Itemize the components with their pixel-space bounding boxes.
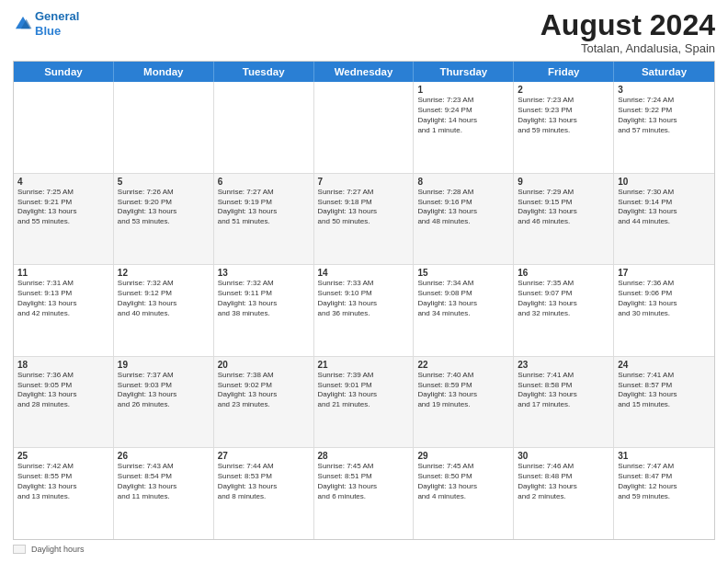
day-number: 11 bbox=[17, 268, 109, 278]
day-number: 19 bbox=[118, 360, 210, 370]
day-number: 30 bbox=[518, 451, 609, 461]
day-number: 10 bbox=[618, 177, 711, 187]
day-cell-14: 14Sunrise: 7:33 AM Sunset: 9:10 PM Dayli… bbox=[314, 265, 415, 356]
day-info: Sunrise: 7:44 AM Sunset: 8:53 PM Dayligh… bbox=[218, 462, 310, 501]
day-cell-20: 20Sunrise: 7:38 AM Sunset: 9:02 PM Dayli… bbox=[214, 357, 314, 448]
day-info: Sunrise: 7:34 AM Sunset: 9:08 PM Dayligh… bbox=[417, 279, 509, 318]
empty-cell bbox=[14, 82, 114, 173]
day-number: 22 bbox=[417, 360, 509, 370]
calendar-header-row: SundayMondayTuesdayWednesdayThursdayFrid… bbox=[14, 62, 714, 82]
empty-cell bbox=[214, 82, 314, 173]
day-info: Sunrise: 7:27 AM Sunset: 9:18 PM Dayligh… bbox=[318, 188, 410, 227]
day-cell-17: 17Sunrise: 7:36 AM Sunset: 9:06 PM Dayli… bbox=[614, 265, 714, 356]
day-header-saturday: Saturday bbox=[614, 62, 714, 82]
title-block: August 2024 Totalan, Andalusia, Spain bbox=[540, 9, 715, 55]
day-cell-15: 15Sunrise: 7:34 AM Sunset: 9:08 PM Dayli… bbox=[414, 265, 514, 356]
day-number: 13 bbox=[218, 268, 310, 278]
day-number: 24 bbox=[618, 360, 711, 370]
day-cell-1: 1Sunrise: 7:23 AM Sunset: 9:24 PM Daylig… bbox=[414, 82, 514, 173]
logo-icon bbox=[13, 14, 33, 34]
day-info: Sunrise: 7:35 AM Sunset: 9:07 PM Dayligh… bbox=[518, 279, 609, 318]
day-info: Sunrise: 7:26 AM Sunset: 9:20 PM Dayligh… bbox=[118, 188, 210, 227]
calendar-body: 1Sunrise: 7:23 AM Sunset: 9:24 PM Daylig… bbox=[14, 82, 714, 539]
day-cell-12: 12Sunrise: 7:32 AM Sunset: 9:12 PM Dayli… bbox=[114, 265, 214, 356]
logo: General Blue bbox=[13, 9, 79, 38]
subtitle: Totalan, Andalusia, Spain bbox=[540, 41, 715, 55]
day-number: 21 bbox=[318, 360, 410, 370]
day-cell-8: 8Sunrise: 7:28 AM Sunset: 9:16 PM Daylig… bbox=[414, 174, 514, 265]
day-number: 20 bbox=[218, 360, 310, 370]
day-info: Sunrise: 7:45 AM Sunset: 8:50 PM Dayligh… bbox=[417, 462, 509, 501]
day-info: Sunrise: 7:36 AM Sunset: 9:05 PM Dayligh… bbox=[17, 371, 109, 410]
page: General Blue August 2024 Totalan, Andalu… bbox=[0, 0, 728, 563]
main-title: August 2024 bbox=[540, 9, 715, 41]
day-info: Sunrise: 7:41 AM Sunset: 8:58 PM Dayligh… bbox=[518, 371, 609, 410]
day-cell-22: 22Sunrise: 7:40 AM Sunset: 8:59 PM Dayli… bbox=[414, 357, 514, 448]
day-number: 14 bbox=[318, 268, 410, 278]
day-number: 4 bbox=[17, 177, 109, 187]
day-info: Sunrise: 7:32 AM Sunset: 9:11 PM Dayligh… bbox=[218, 279, 310, 318]
day-number: 23 bbox=[518, 360, 609, 370]
day-info: Sunrise: 7:32 AM Sunset: 9:12 PM Dayligh… bbox=[118, 279, 210, 318]
logo-text: General Blue bbox=[35, 9, 79, 38]
day-info: Sunrise: 7:25 AM Sunset: 9:21 PM Dayligh… bbox=[17, 188, 109, 227]
day-number: 17 bbox=[618, 268, 711, 278]
day-info: Sunrise: 7:27 AM Sunset: 9:19 PM Dayligh… bbox=[218, 188, 310, 227]
day-cell-18: 18Sunrise: 7:36 AM Sunset: 9:05 PM Dayli… bbox=[14, 357, 114, 448]
day-info: Sunrise: 7:31 AM Sunset: 9:13 PM Dayligh… bbox=[17, 279, 109, 318]
day-header-friday: Friday bbox=[514, 62, 614, 82]
day-number: 5 bbox=[118, 177, 210, 187]
empty-cell bbox=[314, 82, 415, 173]
day-info: Sunrise: 7:23 AM Sunset: 9:23 PM Dayligh… bbox=[518, 96, 609, 135]
day-number: 7 bbox=[318, 177, 410, 187]
day-cell-4: 4Sunrise: 7:25 AM Sunset: 9:21 PM Daylig… bbox=[14, 174, 114, 265]
day-number: 26 bbox=[118, 451, 210, 461]
legend-label: Daylight hours bbox=[31, 545, 85, 554]
day-cell-23: 23Sunrise: 7:41 AM Sunset: 8:58 PM Dayli… bbox=[514, 357, 614, 448]
day-number: 15 bbox=[417, 268, 509, 278]
day-cell-29: 29Sunrise: 7:45 AM Sunset: 8:50 PM Dayli… bbox=[414, 448, 514, 539]
day-cell-10: 10Sunrise: 7:30 AM Sunset: 9:14 PM Dayli… bbox=[614, 174, 714, 265]
empty-cell bbox=[114, 82, 214, 173]
day-info: Sunrise: 7:30 AM Sunset: 9:14 PM Dayligh… bbox=[618, 188, 711, 227]
day-info: Sunrise: 7:42 AM Sunset: 8:55 PM Dayligh… bbox=[17, 462, 109, 501]
calendar-row-0: 1Sunrise: 7:23 AM Sunset: 9:24 PM Daylig… bbox=[14, 82, 714, 174]
day-number: 27 bbox=[218, 451, 310, 461]
day-cell-11: 11Sunrise: 7:31 AM Sunset: 9:13 PM Dayli… bbox=[14, 265, 114, 356]
footer: Daylight hours bbox=[13, 545, 715, 554]
calendar-row-3: 18Sunrise: 7:36 AM Sunset: 9:05 PM Dayli… bbox=[14, 357, 714, 449]
day-info: Sunrise: 7:24 AM Sunset: 9:22 PM Dayligh… bbox=[618, 96, 711, 135]
day-cell-28: 28Sunrise: 7:45 AM Sunset: 8:51 PM Dayli… bbox=[314, 448, 415, 539]
day-header-thursday: Thursday bbox=[414, 62, 514, 82]
day-cell-21: 21Sunrise: 7:39 AM Sunset: 9:01 PM Dayli… bbox=[314, 357, 415, 448]
day-info: Sunrise: 7:41 AM Sunset: 8:57 PM Dayligh… bbox=[618, 371, 711, 410]
day-info: Sunrise: 7:38 AM Sunset: 9:02 PM Dayligh… bbox=[218, 371, 310, 410]
day-cell-6: 6Sunrise: 7:27 AM Sunset: 9:19 PM Daylig… bbox=[214, 174, 314, 265]
day-cell-2: 2Sunrise: 7:23 AM Sunset: 9:23 PM Daylig… bbox=[514, 82, 614, 173]
day-info: Sunrise: 7:47 AM Sunset: 8:47 PM Dayligh… bbox=[618, 462, 711, 501]
day-info: Sunrise: 7:37 AM Sunset: 9:03 PM Dayligh… bbox=[118, 371, 210, 410]
day-info: Sunrise: 7:36 AM Sunset: 9:06 PM Dayligh… bbox=[618, 279, 711, 318]
day-number: 12 bbox=[118, 268, 210, 278]
day-header-tuesday: Tuesday bbox=[214, 62, 314, 82]
day-info: Sunrise: 7:29 AM Sunset: 9:15 PM Dayligh… bbox=[518, 188, 609, 227]
day-number: 9 bbox=[518, 177, 609, 187]
day-number: 29 bbox=[417, 451, 509, 461]
day-cell-13: 13Sunrise: 7:32 AM Sunset: 9:11 PM Dayli… bbox=[214, 265, 314, 356]
day-cell-5: 5Sunrise: 7:26 AM Sunset: 9:20 PM Daylig… bbox=[114, 174, 214, 265]
day-cell-27: 27Sunrise: 7:44 AM Sunset: 8:53 PM Dayli… bbox=[214, 448, 314, 539]
day-number: 16 bbox=[518, 268, 609, 278]
day-header-sunday: Sunday bbox=[14, 62, 114, 82]
day-cell-16: 16Sunrise: 7:35 AM Sunset: 9:07 PM Dayli… bbox=[514, 265, 614, 356]
day-number: 2 bbox=[518, 85, 609, 95]
day-cell-24: 24Sunrise: 7:41 AM Sunset: 8:57 PM Dayli… bbox=[614, 357, 714, 448]
day-number: 1 bbox=[417, 85, 509, 95]
day-number: 18 bbox=[17, 360, 109, 370]
calendar-row-1: 4Sunrise: 7:25 AM Sunset: 9:21 PM Daylig… bbox=[14, 174, 714, 266]
day-number: 3 bbox=[618, 85, 711, 95]
day-info: Sunrise: 7:23 AM Sunset: 9:24 PM Dayligh… bbox=[417, 96, 509, 135]
calendar-row-4: 25Sunrise: 7:42 AM Sunset: 8:55 PM Dayli… bbox=[14, 448, 714, 539]
day-cell-30: 30Sunrise: 7:46 AM Sunset: 8:48 PM Dayli… bbox=[514, 448, 614, 539]
day-cell-3: 3Sunrise: 7:24 AM Sunset: 9:22 PM Daylig… bbox=[614, 82, 714, 173]
day-info: Sunrise: 7:28 AM Sunset: 9:16 PM Dayligh… bbox=[417, 188, 509, 227]
